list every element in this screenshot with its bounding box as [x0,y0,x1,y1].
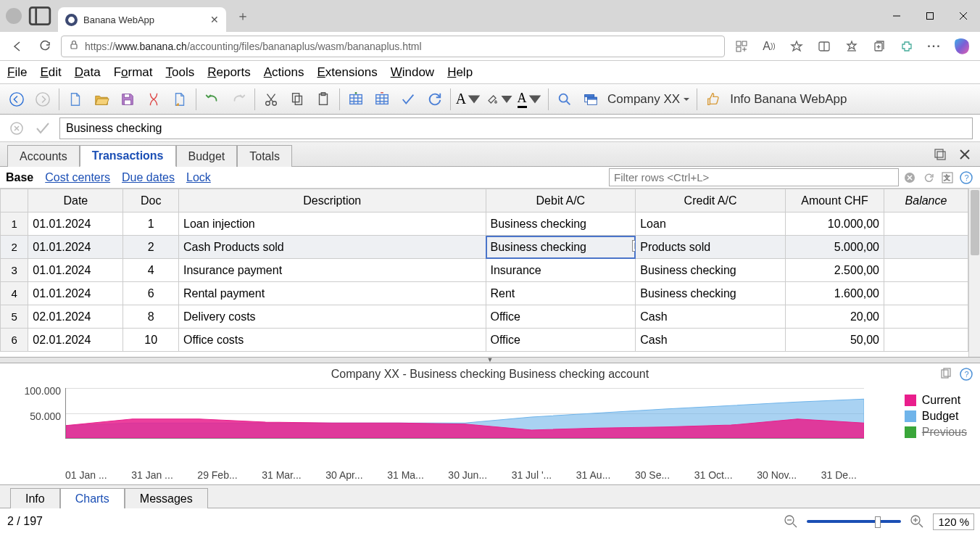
table-row[interactable]: 301.01.20244Insurance paymentInsuranceBu… [1,259,968,282]
app-icon[interactable] [729,35,754,58]
company-dropdown[interactable]: Company XX [605,92,693,107]
chart-plot[interactable] [65,388,864,439]
table-cell[interactable]: 01.01.2024 [28,212,123,236]
close-tab-icon[interactable] [955,145,974,164]
table-cell[interactable]: Office costs [179,329,486,352]
col-header-rownum[interactable] [1,189,28,212]
tab-transactions[interactable]: Transactions [80,145,176,167]
collections-icon[interactable] [867,35,892,58]
refresh-filter-icon[interactable] [921,170,937,186]
table-cell[interactable]: 1 [1,212,28,236]
subtab-due-dates[interactable]: Due dates [122,171,175,184]
bottom-tab-charts[interactable]: Charts [60,488,125,508]
favorites-icon[interactable] [839,35,864,58]
check-button[interactable] [396,87,420,112]
table-cell[interactable] [884,305,968,329]
menu-window[interactable]: Window [391,65,434,80]
table-cell[interactable] [884,236,968,259]
accept-edit-button[interactable] [33,119,52,138]
table-cell[interactable] [884,282,968,305]
browser-tab[interactable]: Banana WebApp ✕ [58,7,226,32]
insert-row-button[interactable] [344,87,368,112]
cell-editor-input[interactable] [59,117,973,139]
table-row[interactable]: 201.01.20242Cash Products soldBusiness c… [1,236,968,259]
col-header-doc[interactable]: Doc [123,189,179,212]
menu-file[interactable]: File [7,65,27,80]
table-row[interactable]: 502.01.20248Delivery costsOfficeCash20,0… [1,305,968,329]
table-cell[interactable]: 6 [123,282,179,305]
table-cell[interactable]: Loan [636,212,786,236]
tab-close-icon[interactable]: ✕ [210,14,219,25]
col-header-date[interactable]: Date [28,189,123,212]
menu-tools[interactable]: Tools [166,65,195,80]
thumbs-up-icon[interactable] [701,87,726,112]
zoom-slider[interactable] [807,520,901,523]
tab-accounts[interactable]: Accounts [7,145,80,167]
tab-budget[interactable]: Budget [176,145,238,167]
text-color-button[interactable]: A [515,87,544,112]
table-row[interactable]: 401.01.20246Rental paymentRentBusiness c… [1,282,968,305]
table-cell[interactable]: Business checking [636,282,786,305]
url-field[interactable]: https://www.banana.ch/accounting/files/b… [61,36,725,57]
nav-forward-button[interactable] [30,87,55,112]
vertical-scrollbar[interactable] [968,189,980,357]
table-cell[interactable] [884,259,968,282]
subtab-cost-centers[interactable]: Cost centers [45,171,110,184]
col-header-description[interactable]: Description [179,189,486,212]
table-cell[interactable]: 2 [123,236,179,259]
col-header-balance[interactable]: Balance [884,189,968,212]
col-header-amount[interactable]: Amount CHF [785,189,884,212]
bottom-tab-messages[interactable]: Messages [125,488,208,508]
table-cell[interactable]: 3 [1,259,28,282]
table-cell[interactable]: Delivery costs [179,305,486,329]
save-button[interactable] [115,87,140,112]
table-cell[interactable]: 5.000,00 [785,236,884,259]
transactions-table[interactable]: Date Doc Description Debit A/C Credit A/… [0,189,968,352]
info-label[interactable]: Info Banana WebApp [727,92,850,107]
table-cell[interactable]: Insurance payment [179,259,486,282]
duplicate-tab-icon[interactable] [931,145,950,164]
back-button[interactable] [6,35,29,58]
table-cell[interactable]: Cash [636,329,786,352]
font-button[interactable]: A [454,87,483,112]
export-button[interactable] [167,87,192,112]
table-cell[interactable]: 10 [123,329,179,352]
menu-help[interactable]: Help [447,65,473,80]
col-header-credit[interactable]: Credit A/C [636,189,786,212]
table-cell[interactable]: 4 [123,259,179,282]
pdf-button[interactable] [141,87,166,112]
copy-button[interactable] [285,87,310,112]
delete-row-button[interactable] [370,87,394,112]
read-aloud-icon[interactable]: A)) [757,35,781,58]
table-cell[interactable]: Loan injection [179,212,486,236]
table-cell[interactable]: Office [486,329,636,352]
legend-previous[interactable]: Previous [905,426,967,439]
table-cell[interactable]: 01.01.2024 [28,259,123,282]
table-row[interactable]: 602.01.202410Office costsOfficeCash50,00 [1,329,968,352]
table-cell[interactable]: Business checking [636,259,786,282]
nav-back-button[interactable] [4,87,29,112]
table-cell[interactable]: 01.01.2024 [28,282,123,305]
menu-format[interactable]: Format [114,65,153,80]
table-cell[interactable]: 02.01.2024 [28,329,123,352]
zoom-in-button[interactable] [907,511,927,532]
table-cell[interactable]: 4 [1,282,28,305]
help-icon[interactable]: ? [958,170,974,186]
more-icon[interactable]: ··· [922,35,947,58]
menu-actions[interactable]: Actions [264,65,304,80]
extensions-icon[interactable] [894,35,919,58]
split-screen-icon[interactable] [812,35,836,58]
refresh-button[interactable] [33,35,57,58]
search-button[interactable] [552,87,577,112]
table-cell[interactable]: Business checking [486,212,636,236]
table-cell[interactable]: Office [486,305,636,329]
zoom-out-button[interactable] [781,511,801,532]
table-cell[interactable]: Business checking [486,236,636,259]
undo-button[interactable] [200,87,225,112]
table-cell[interactable]: 10.000,00 [785,212,884,236]
table-cell[interactable]: 2.500,00 [785,259,884,282]
menu-edit[interactable]: Edit [40,65,61,80]
minimize-button[interactable] [880,0,913,32]
table-cell[interactable]: Cash [636,305,786,329]
paste-button[interactable] [311,87,336,112]
